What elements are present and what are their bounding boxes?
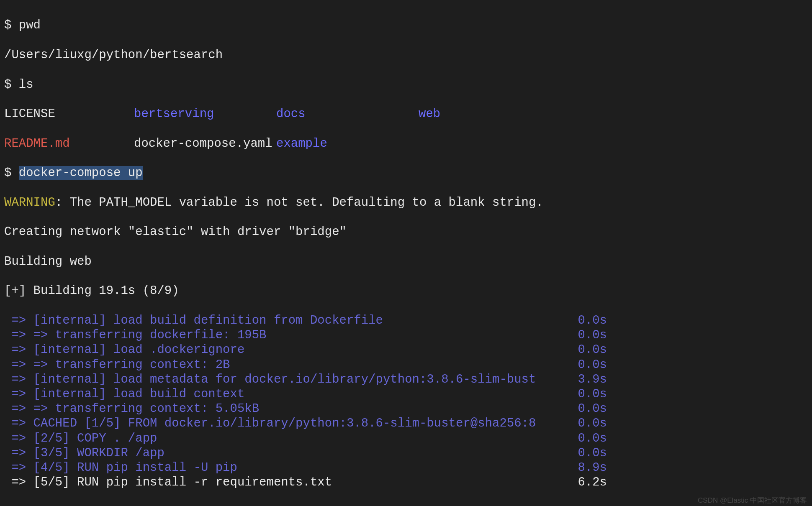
build-step: => [internal] load build context0.0s — [4, 387, 607, 401]
cmd-line-dcup: $ docker-compose up — [4, 166, 809, 180]
build-step: => [internal] load build definition from… — [4, 313, 607, 328]
file-docker-compose-yaml: docker-compose.yaml — [134, 136, 276, 151]
watermark: CSDN @Elastic 中国社区官方博客 — [698, 496, 807, 505]
ls-row-1: LICENSEbertservingdocsweb — [4, 107, 607, 121]
build-step-text: => => transferring context: 2B — [4, 358, 230, 372]
build-step-text: => [4/5] RUN pip install -U pip — [4, 460, 237, 475]
build-step: => => transferring context: 5.05kB0.0s — [4, 401, 607, 416]
build-step-time: 0.0s — [578, 342, 607, 357]
build-step-text: => => transferring dockerfile: 195B — [4, 328, 267, 342]
cmd-ls: ls — [19, 78, 33, 92]
build-step-time: 0.0s — [578, 387, 607, 401]
creating-network: Creating network "elastic" with driver "… — [4, 225, 809, 239]
dir-bertserving: bertserving — [134, 107, 276, 121]
build-step: => => transferring dockerfile: 195B0.0s — [4, 328, 607, 342]
dir-docs: docs — [276, 107, 419, 121]
build-step-time: 0.0s — [578, 401, 607, 416]
cmd-docker-compose-up: docker-compose up — [19, 166, 143, 180]
build-step-text: => => transferring context: 5.05kB — [4, 401, 259, 416]
build-header: [+] Building 19.1s (8/9) — [4, 284, 809, 298]
build-step: => [internal] load .dockerignore0.0s — [4, 342, 607, 357]
build-step-time: 0.0s — [578, 416, 607, 431]
build-step-time: 0.0s — [578, 328, 607, 342]
build-step-time: 0.0s — [578, 313, 607, 328]
build-step-text: => [internal] load metadata for docker.i… — [4, 372, 536, 387]
pwd-output: /Users/liuxg/python/bertsearch — [4, 48, 809, 62]
build-step: => [5/5] RUN pip install -r requirements… — [4, 475, 607, 490]
build-steps: => [internal] load build definition from… — [4, 313, 809, 490]
build-step: => => transferring context: 2B0.0s — [4, 358, 607, 372]
ls-row-2: README.mddocker-compose.yamlexample — [4, 136, 607, 151]
build-step-text: => [2/5] COPY . /app — [4, 431, 157, 446]
build-step-time: 6.2s — [578, 475, 607, 490]
dir-example: example — [276, 136, 419, 151]
cmd-pwd: pwd — [19, 18, 41, 32]
build-step: => CACHED [1/5] FROM docker.io/library/p… — [4, 416, 607, 431]
build-step-text: => [internal] load .dockerignore — [4, 342, 244, 357]
prompt: $ — [4, 18, 11, 32]
download-line: => => # Downloading Flask-2.2.2-py3-none… — [4, 505, 809, 506]
build-step-time: 3.9s — [578, 372, 607, 387]
build-step-time: 0.0s — [578, 446, 607, 460]
build-step-text: => [internal] load build definition from… — [4, 313, 383, 328]
terminal-output[interactable]: $ pwd /Users/liuxg/python/bertsearch $ l… — [0, 0, 812, 506]
file-readme: README.md — [4, 136, 134, 151]
build-step-time: 8.9s — [578, 460, 607, 475]
cmd-line-pwd: $ pwd — [4, 18, 809, 33]
build-step: => [4/5] RUN pip install -U pip8.9s — [4, 460, 607, 475]
warning-line: WARNING: The PATH_MODEL variable is not … — [4, 195, 809, 210]
build-step: => [internal] load metadata for docker.i… — [4, 372, 607, 387]
warning-text: : The PATH_MODEL variable is not set. De… — [55, 196, 543, 210]
build-step-time: 0.0s — [578, 358, 607, 372]
cmd-line-ls: $ ls — [4, 77, 809, 92]
build-step-text: => [5/5] RUN pip install -r requirements… — [4, 475, 332, 490]
building-web: Building web — [4, 254, 809, 269]
build-step-text: => [3/5] WORKDIR /app — [4, 446, 164, 460]
warning-label: WARNING — [4, 196, 55, 210]
build-step-time: 0.0s — [578, 431, 607, 446]
build-step-text: => [internal] load build context — [4, 387, 244, 401]
build-step: => [2/5] COPY . /app0.0s — [4, 431, 607, 446]
dir-web: web — [419, 107, 561, 121]
build-step: => [3/5] WORKDIR /app0.0s — [4, 446, 607, 460]
file-license: LICENSE — [4, 107, 134, 121]
build-step-text: => CACHED [1/5] FROM docker.io/library/p… — [4, 416, 536, 431]
